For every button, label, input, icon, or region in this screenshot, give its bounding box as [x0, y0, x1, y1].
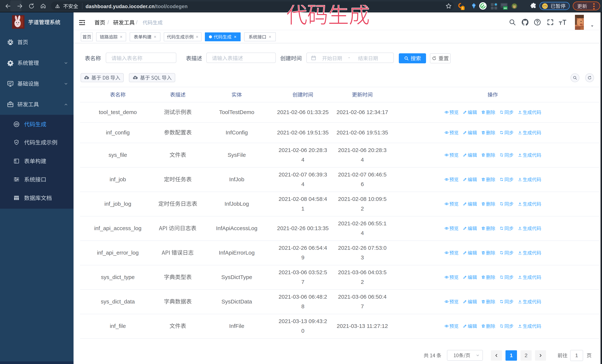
svg-text:1: 1 — [462, 7, 464, 10]
svg-text:on: on — [504, 7, 507, 10]
